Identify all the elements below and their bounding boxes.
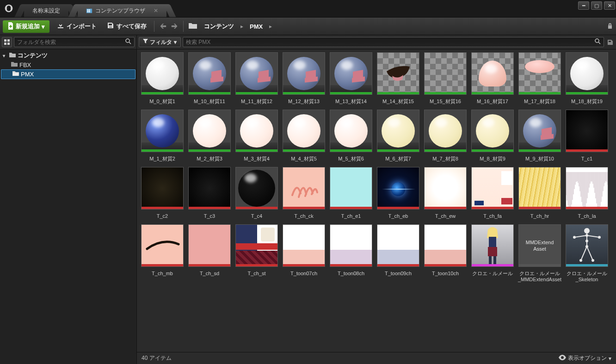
asset-search-field[interactable] <box>186 39 595 45</box>
asset-item[interactable]: M_14_材質15 <box>375 52 422 105</box>
asset-item[interactable]: M_7_材質8 <box>422 110 469 162</box>
folder-search-input[interactable] <box>14 37 135 47</box>
eye-icon <box>559 355 566 362</box>
close-button[interactable]: ✕ <box>604 1 615 10</box>
asset-item[interactable]: T_c4 <box>233 167 280 220</box>
asset-label: M_11_材質12 <box>241 99 272 105</box>
file-plus-icon <box>7 22 14 31</box>
add-new-button[interactable]: 新規追加 ▾ <box>3 20 49 33</box>
asset-item[interactable]: T_ch_e1 <box>327 167 375 220</box>
asset-item[interactable]: M_15_材質16 <box>422 52 469 105</box>
asset-item[interactable]: M_2_材質3 <box>186 110 233 162</box>
asset-label: M_9_材質10 <box>525 156 554 162</box>
asset-label: T_c4 <box>251 213 262 220</box>
svg-point-69 <box>580 259 582 261</box>
asset-item[interactable]: M_0_材質1 <box>139 52 186 105</box>
tree-item-label: FBX <box>19 62 31 68</box>
asset-label: T_ch_sd <box>200 271 219 277</box>
asset-item[interactable]: T_toon08ch <box>327 224 375 283</box>
asset-item[interactable]: M_17_材質18 <box>516 52 563 105</box>
save-all-button[interactable]: すべて保存 <box>104 20 149 33</box>
asset-item[interactable]: T_ch_ew <box>422 167 469 220</box>
close-icon[interactable]: ✕ <box>154 7 158 14</box>
asset-label: M_14_材質15 <box>382 99 414 105</box>
lock-icon[interactable] <box>607 23 613 31</box>
search-icon <box>125 38 131 46</box>
asset-label: クロエ・ルメール <box>472 271 513 277</box>
folder-search-field[interactable] <box>17 39 125 45</box>
asset-item[interactable]: M_9_材質10 <box>516 110 563 162</box>
asset-label: M_5_材質6 <box>338 156 364 162</box>
asset-item[interactable]: T_toon10ch <box>422 224 469 283</box>
asset-item[interactable]: T_ch_st <box>233 224 280 283</box>
asset-label: M_18_材質19 <box>571 99 603 105</box>
maximize-button[interactable]: ▢ <box>591 1 602 10</box>
import-button[interactable]: インポート <box>54 20 99 33</box>
minimize-button[interactable]: ━ <box>578 1 589 10</box>
asset-label: M_3_材質4 <box>244 156 270 162</box>
asset-item[interactable]: T_c2 <box>139 167 186 220</box>
asset-label: T_ch_ck <box>294 213 314 220</box>
asset-view: フィルタ ▾ M_0_材質1 M_10_材質11 M_11_材質12 M_12_… <box>137 35 616 364</box>
asset-item[interactable]: クロエ・ルメール <box>469 224 516 283</box>
asset-item[interactable]: M_13_材質14 <box>327 52 375 105</box>
asset-item[interactable]: T_ch_ck <box>280 167 327 220</box>
asset-item[interactable]: T_ch_fa <box>469 167 516 220</box>
asset-label: クロエ・ルメール_MMDExtendAsset <box>517 271 563 283</box>
asset-label: M_6_材質7 <box>385 156 411 162</box>
asset-item[interactable]: MMDExtendAsset クロエ・ルメール_MMDExtendAsset <box>516 224 563 283</box>
filters-button[interactable]: フィルタ ▾ <box>139 37 181 47</box>
status-bar: 40 アイテム 表示オプション ▾ <box>137 352 616 364</box>
breadcrumb-current[interactable]: PMX <box>248 23 265 30</box>
svg-point-71 <box>586 234 588 236</box>
asset-item[interactable]: T_toon07ch <box>280 224 327 283</box>
folder-open-icon <box>12 71 19 78</box>
asset-label: M_4_材質5 <box>291 156 317 162</box>
asset-item[interactable]: M_6_材質7 <box>375 110 422 162</box>
filters-label: フィルタ <box>150 38 172 46</box>
asset-item[interactable]: M_1_材質2 <box>139 110 186 162</box>
asset-item[interactable]: T_ch_mb <box>139 224 186 283</box>
asset-item[interactable]: T_ch_hr <box>516 167 563 220</box>
asset-item[interactable]: T_ch_la <box>563 167 610 220</box>
tab-level[interactable]: 名称未設定 <box>24 4 68 17</box>
tree-root-content[interactable]: ▾ コンテンツ <box>0 50 136 61</box>
tree-item-pmx[interactable]: PMX <box>1 69 136 79</box>
asset-item[interactable]: M_12_材質13 <box>280 52 327 105</box>
view-options-button[interactable]: 表示オプション ▾ <box>559 354 611 362</box>
asset-label: M_7_材質8 <box>432 156 458 162</box>
tree-item-fbx[interactable]: FBX <box>0 61 136 69</box>
asset-label: クロエ・ルメール_Skeleton <box>564 271 610 283</box>
add-new-label: 新規追加 <box>16 22 40 31</box>
asset-grid[interactable]: M_0_材質1 M_10_材質11 M_11_材質12 M_12_材質13 M_… <box>137 49 616 352</box>
tab-content-browser[interactable]: コンテンツブラウザ ✕ <box>78 4 166 17</box>
asset-item[interactable]: M_18_材質19 <box>563 52 610 105</box>
asset-item[interactable]: T_ch_eb <box>375 167 422 220</box>
nav-forward-button[interactable]: 🡲 <box>170 22 179 31</box>
asset-item[interactable]: M_3_材質4 <box>233 110 280 162</box>
asset-item[interactable]: T_c3 <box>186 167 233 220</box>
asset-item[interactable]: M_5_材質6 <box>327 110 375 162</box>
folder-grid-icon <box>86 7 92 14</box>
asset-item[interactable]: M_16_材質17 <box>469 52 516 105</box>
asset-item[interactable]: M_10_材質11 <box>186 52 233 105</box>
toggle-sources-button[interactable] <box>2 37 12 47</box>
breadcrumb-root[interactable]: コンテンツ <box>202 22 236 31</box>
svg-rect-2 <box>89 9 90 11</box>
asset-item[interactable]: M_11_材質12 <box>233 52 280 105</box>
tree-item-label: PMX <box>21 71 34 78</box>
asset-item[interactable]: M_4_材質5 <box>280 110 327 162</box>
svg-point-70 <box>592 259 594 261</box>
folder-icon[interactable] <box>188 22 197 31</box>
asset-item[interactable]: T_ch_sd <box>186 224 233 283</box>
asset-item[interactable]: M_8_材質9 <box>469 110 516 162</box>
asset-item[interactable]: T_toon09ch <box>375 224 422 283</box>
nav-back-button[interactable]: 🡰 <box>159 22 167 31</box>
asset-item[interactable]: T_c1 <box>563 110 610 162</box>
separator <box>183 21 184 32</box>
asset-label: T_toon07ch <box>290 271 317 277</box>
asset-search-input[interactable] <box>183 37 604 47</box>
sources-panel: ▾ コンテンツ FBX PMX <box>0 35 137 364</box>
asset-item[interactable]: クロエ・ルメール_Skeleton <box>563 224 610 283</box>
save-search-button[interactable] <box>606 37 614 47</box>
